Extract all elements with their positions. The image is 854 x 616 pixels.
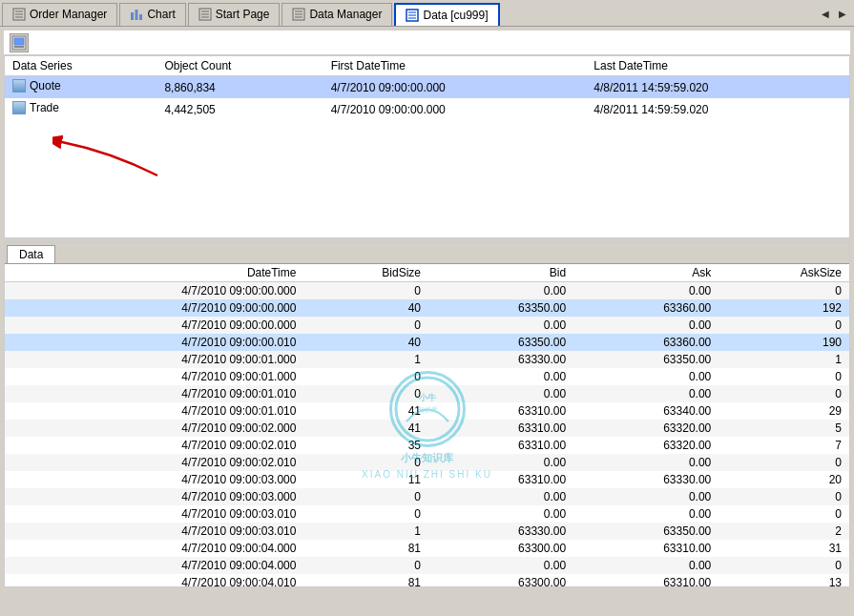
bid-cell: 0.00: [428, 385, 573, 402]
tab-chart[interactable]: Chart: [119, 3, 185, 26]
bid-cell: 63300.00: [428, 574, 573, 586]
dt-cell: 4/7/2010 09:00:01.010: [5, 385, 303, 402]
asksize-cell: 0: [719, 385, 849, 402]
asksize-cell: 2: [719, 523, 849, 540]
bid-cell: 0.00: [428, 317, 573, 334]
ask-cell: 63310.00: [573, 540, 719, 557]
bidsize-cell: 40: [303, 299, 428, 317]
asksize-cell: 0: [719, 317, 849, 334]
ask-cell: 63350.00: [573, 523, 719, 540]
ask-cell: 0.00: [573, 368, 719, 385]
data-table-row[interactable]: 4/7/2010 09:00:03.000 0 0.00 0.00 0: [5, 488, 849, 505]
asksize-cell: 31: [719, 540, 849, 557]
ask-cell: 0.00: [573, 557, 719, 574]
data-table-row[interactable]: 4/7/2010 09:00:00.010 40 63350.00 63360.…: [5, 334, 849, 351]
prev-tab-button[interactable]: ◀: [818, 7, 833, 22]
data-tab[interactable]: Data: [7, 245, 55, 263]
svg-rect-21: [14, 46, 24, 48]
asksize-cell: 0: [719, 488, 849, 505]
bidsize-cell: 40: [303, 334, 428, 351]
arrow-annotation: [52, 123, 167, 183]
data-table-row[interactable]: 4/7/2010 09:00:01.000 0 0.00 0.00 0: [5, 368, 849, 385]
data-series-row[interactable]: Trade 4,442,505 4/7/2010 09:00:00.000 4/…: [5, 98, 849, 120]
bid-cell: 63330.00: [428, 523, 573, 540]
tab-order-manager[interactable]: Order Manager: [2, 3, 117, 26]
dt-cell: 4/7/2010 09:00:01.000: [5, 351, 303, 368]
data-series-row[interactable]: Quote 8,860,834 4/7/2010 09:00:00.000 4/…: [5, 76, 849, 99]
asksize-cell: 13: [719, 574, 849, 586]
data-table-row[interactable]: 4/7/2010 09:00:04.010 81 63300.00 63310.…: [5, 574, 849, 586]
next-tab-button[interactable]: ▶: [835, 7, 850, 22]
ask-cell: 63330.00: [573, 471, 719, 488]
bidsize-cell: 0: [303, 385, 428, 402]
data-table-row[interactable]: 4/7/2010 09:00:04.000 0 0.00 0.00 0: [5, 557, 849, 574]
asksize-cell: 7: [719, 437, 849, 454]
data-table-container[interactable]: DateTime BidSize Bid Ask AskSize 4/7/201…: [5, 264, 849, 586]
data-col-datetime: DateTime: [5, 264, 303, 282]
bid-cell: 0.00: [428, 368, 573, 385]
bid-cell: 0.00: [428, 454, 573, 471]
data-table: DateTime BidSize Bid Ask AskSize 4/7/201…: [5, 264, 849, 586]
dt-cell: 4/7/2010 09:00:00.000: [5, 299, 303, 317]
data-table-row[interactable]: 4/7/2010 09:00:00.000 0 0.00 0.00 0: [5, 317, 849, 334]
data-col-bid: Bid: [428, 264, 573, 282]
data-table-row[interactable]: 4/7/2010 09:00:01.010 0 0.00 0.00 0: [5, 385, 849, 402]
toolbar: [4, 31, 850, 55]
asksize-cell: 0: [719, 505, 849, 523]
dt-cell: 4/7/2010 09:00:03.010: [5, 523, 303, 540]
bid-cell: 0.00: [428, 557, 573, 574]
bid-cell: 63310.00: [428, 437, 573, 454]
bidsize-cell: 0: [303, 317, 428, 334]
tab-data-manager[interactable]: Data Manager: [281, 3, 392, 26]
data-table-row[interactable]: 4/7/2010 09:00:02.000 41 63310.00 63320.…: [5, 420, 849, 437]
dt-cell: 4/7/2010 09:00:03.010: [5, 505, 303, 523]
series-icon: Trade: [12, 101, 59, 114]
ask-cell: 63320.00: [573, 420, 719, 437]
data-table-row[interactable]: 4/7/2010 09:00:01.010 41 63310.00 63340.…: [5, 402, 849, 420]
data-table-row[interactable]: 4/7/2010 09:00:03.010 1 63330.00 63350.0…: [5, 523, 849, 540]
tab-data-cu999[interactable]: Data [cu999]: [394, 3, 499, 26]
bid-cell: 63350.00: [428, 299, 573, 317]
data-table-row[interactable]: 4/7/2010 09:00:02.010 35 63310.00 63320.…: [5, 437, 849, 454]
dt-cell: 4/7/2010 09:00:00.000: [5, 317, 303, 334]
dt-cell: 4/7/2010 09:00:03.000: [5, 471, 303, 488]
data-table-row[interactable]: 4/7/2010 09:00:00.000 40 63350.00 63360.…: [5, 299, 849, 317]
ask-cell: 63350.00: [573, 351, 719, 368]
ask-cell: 63340.00: [573, 402, 719, 420]
data-table-row[interactable]: 4/7/2010 09:00:01.000 1 63330.00 63350.0…: [5, 351, 849, 368]
asksize-cell: 20: [719, 471, 849, 488]
ask-cell: 63310.00: [573, 574, 719, 586]
series-icon-img: [12, 79, 26, 92]
data-table-row[interactable]: 4/7/2010 09:00:03.000 11 63310.00 63330.…: [5, 471, 849, 488]
series-count-cell: 8,860,834: [156, 76, 323, 99]
data-series-table: Data Series Object Count First DateTime …: [5, 56, 849, 120]
series-count-cell: 4,442,505: [156, 98, 323, 120]
series-first-cell: 4/7/2010 09:00:00.000: [323, 98, 587, 120]
bidsize-cell: 41: [303, 420, 428, 437]
export-button[interactable]: [10, 33, 29, 52]
data-manager-icon: [292, 8, 305, 21]
data-series-panel: Data Series Object Count First DateTime …: [4, 55, 850, 238]
bid-cell: 63310.00: [428, 420, 573, 437]
tab-chart-label: Chart: [147, 8, 175, 21]
data-table-row[interactable]: 4/7/2010 09:00:04.000 81 63300.00 63310.…: [5, 540, 849, 557]
series-icon: Quote: [12, 79, 61, 92]
ask-cell: 63360.00: [573, 299, 719, 317]
bid-cell: 0.00: [428, 488, 573, 505]
ask-cell: 0.00: [573, 488, 719, 505]
data-panel: Data DateTime BidSize Bid Ask AskSize 4/…: [4, 242, 850, 587]
ask-cell: 0.00: [573, 282, 719, 300]
bidsize-cell: 81: [303, 574, 428, 586]
order-manager-icon: [12, 8, 26, 21]
tab-start-page[interactable]: Start Page: [188, 3, 281, 26]
asksize-cell: 5: [719, 420, 849, 437]
svg-rect-4: [131, 12, 134, 20]
data-table-row[interactable]: 4/7/2010 09:00:02.010 0 0.00 0.00 0: [5, 454, 849, 471]
ask-cell: 0.00: [573, 454, 719, 471]
col-header-data-series: Data Series: [5, 56, 156, 76]
data-col-ask: Ask: [573, 264, 719, 282]
dt-cell: 4/7/2010 09:00:03.000: [5, 488, 303, 505]
data-table-row[interactable]: 4/7/2010 09:00:00.000 0 0.00 0.00 0: [5, 282, 849, 300]
data-table-row[interactable]: 4/7/2010 09:00:03.010 0 0.00 0.00 0: [5, 505, 849, 523]
bid-cell: 63310.00: [428, 402, 573, 420]
